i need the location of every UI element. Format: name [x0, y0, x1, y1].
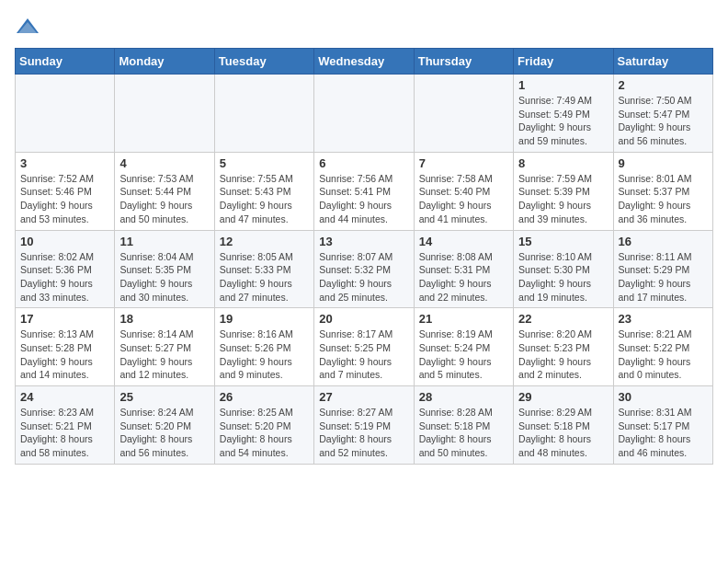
day-number: 7	[419, 156, 508, 170]
day-info: Sunrise: 8:14 AMSunset: 5:27 PMDaylight:…	[119, 327, 209, 382]
calendar-week-row: 1Sunrise: 7:49 AMSunset: 5:49 PMDaylight…	[16, 75, 713, 153]
calendar-week-row: 10Sunrise: 8:02 AMSunset: 5:36 PMDayligh…	[16, 230, 713, 308]
day-number: 14	[419, 235, 508, 248]
day-info: Sunrise: 8:27 AMSunset: 5:19 PMDaylight:…	[319, 406, 408, 460]
day-info: Sunrise: 8:10 AMSunset: 5:30 PMDaylight:…	[518, 250, 608, 304]
calendar-cell: 4Sunrise: 7:53 AMSunset: 5:44 PMDaylight…	[115, 152, 214, 230]
calendar-cell	[115, 75, 214, 153]
day-info: Sunrise: 8:23 AMSunset: 5:21 PMDaylight:…	[20, 406, 109, 460]
calendar-cell: 29Sunrise: 8:29 AMSunset: 5:18 PMDayligh…	[514, 386, 613, 465]
weekday-header-tuesday: Tuesday	[214, 49, 313, 75]
day-number: 24	[20, 390, 109, 404]
calendar-cell: 13Sunrise: 8:07 AMSunset: 5:32 PMDayligh…	[314, 230, 414, 308]
day-info: Sunrise: 8:19 AMSunset: 5:24 PMDaylight:…	[419, 327, 508, 382]
day-number: 6	[319, 156, 408, 170]
calendar-cell: 1Sunrise: 7:49 AMSunset: 5:49 PMDaylight…	[514, 75, 613, 153]
day-info: Sunrise: 8:11 AMSunset: 5:29 PMDaylight:…	[619, 250, 708, 304]
day-info: Sunrise: 7:58 AMSunset: 5:40 PMDaylight:…	[419, 172, 508, 226]
logo	[15, 15, 44, 40]
weekday-header-wednesday: Wednesday	[314, 49, 414, 75]
day-info: Sunrise: 8:24 AMSunset: 5:20 PMDaylight:…	[119, 406, 209, 460]
calendar-cell: 8Sunrise: 7:59 AMSunset: 5:39 PMDaylight…	[514, 152, 613, 230]
calendar-header-row: SundayMondayTuesdayWednesdayThursdayFrid…	[16, 49, 713, 75]
day-info: Sunrise: 8:04 AMSunset: 5:35 PMDaylight:…	[119, 250, 209, 304]
day-number: 9	[619, 156, 708, 170]
day-number: 12	[220, 235, 309, 248]
day-info: Sunrise: 8:07 AMSunset: 5:32 PMDaylight:…	[319, 250, 408, 304]
day-info: Sunrise: 8:21 AMSunset: 5:22 PMDaylight:…	[619, 327, 708, 382]
calendar-cell: 10Sunrise: 8:02 AMSunset: 5:36 PMDayligh…	[16, 230, 115, 308]
calendar-cell: 24Sunrise: 8:23 AMSunset: 5:21 PMDayligh…	[16, 386, 115, 465]
calendar-cell: 30Sunrise: 8:31 AMSunset: 5:17 PMDayligh…	[613, 386, 712, 465]
day-number: 8	[518, 156, 608, 170]
day-number: 2	[619, 78, 708, 92]
day-info: Sunrise: 8:08 AMSunset: 5:31 PMDaylight:…	[419, 250, 508, 304]
day-info: Sunrise: 8:17 AMSunset: 5:25 PMDaylight:…	[319, 327, 408, 382]
calendar-cell: 27Sunrise: 8:27 AMSunset: 5:19 PMDayligh…	[314, 386, 414, 465]
weekday-header-monday: Monday	[115, 49, 214, 75]
day-number: 18	[119, 312, 209, 326]
calendar-cell: 6Sunrise: 7:56 AMSunset: 5:41 PMDaylight…	[314, 152, 414, 230]
calendar-cell: 2Sunrise: 7:50 AMSunset: 5:47 PMDaylight…	[613, 75, 712, 153]
calendar-cell: 14Sunrise: 8:08 AMSunset: 5:31 PMDayligh…	[414, 230, 513, 308]
calendar-cell: 25Sunrise: 8:24 AMSunset: 5:20 PMDayligh…	[115, 386, 214, 465]
day-number: 13	[319, 235, 408, 248]
day-number: 23	[619, 312, 708, 326]
calendar-cell	[16, 75, 115, 153]
day-info: Sunrise: 7:49 AMSunset: 5:49 PMDaylight:…	[518, 94, 608, 148]
day-info: Sunrise: 8:13 AMSunset: 5:28 PMDaylight:…	[20, 327, 109, 382]
calendar-week-row: 17Sunrise: 8:13 AMSunset: 5:28 PMDayligh…	[16, 308, 713, 386]
calendar-cell: 17Sunrise: 8:13 AMSunset: 5:28 PMDayligh…	[16, 308, 115, 386]
day-info: Sunrise: 7:59 AMSunset: 5:39 PMDaylight:…	[518, 172, 608, 226]
day-info: Sunrise: 8:28 AMSunset: 5:18 PMDaylight:…	[419, 406, 508, 460]
calendar-cell: 18Sunrise: 8:14 AMSunset: 5:27 PMDayligh…	[115, 308, 214, 386]
day-info: Sunrise: 8:31 AMSunset: 5:17 PMDaylight:…	[619, 406, 708, 460]
calendar-cell: 23Sunrise: 8:21 AMSunset: 5:22 PMDayligh…	[613, 308, 712, 386]
weekday-header-friday: Friday	[514, 49, 613, 75]
calendar-cell: 9Sunrise: 8:01 AMSunset: 5:37 PMDaylight…	[613, 152, 712, 230]
day-number: 21	[419, 312, 508, 326]
day-number: 20	[319, 312, 408, 326]
day-info: Sunrise: 8:05 AMSunset: 5:33 PMDaylight:…	[220, 250, 309, 304]
day-info: Sunrise: 8:16 AMSunset: 5:26 PMDaylight:…	[220, 327, 309, 382]
day-number: 10	[20, 235, 109, 248]
day-number: 25	[119, 390, 209, 404]
day-number: 26	[220, 390, 309, 404]
calendar-cell: 3Sunrise: 7:52 AMSunset: 5:46 PMDaylight…	[16, 152, 115, 230]
calendar-cell	[214, 75, 313, 153]
day-info: Sunrise: 7:56 AMSunset: 5:41 PMDaylight:…	[319, 172, 408, 226]
day-info: Sunrise: 7:50 AMSunset: 5:47 PMDaylight:…	[619, 94, 708, 148]
day-info: Sunrise: 7:55 AMSunset: 5:43 PMDaylight:…	[220, 172, 309, 226]
day-info: Sunrise: 8:20 AMSunset: 5:23 PMDaylight:…	[518, 327, 608, 382]
calendar-week-row: 24Sunrise: 8:23 AMSunset: 5:21 PMDayligh…	[16, 386, 713, 465]
day-number: 28	[419, 390, 508, 404]
day-number: 19	[220, 312, 309, 326]
day-info: Sunrise: 8:02 AMSunset: 5:36 PMDaylight:…	[20, 250, 109, 304]
day-number: 22	[518, 312, 608, 326]
calendar-cell: 15Sunrise: 8:10 AMSunset: 5:30 PMDayligh…	[514, 230, 613, 308]
day-number: 16	[619, 235, 708, 248]
day-number: 3	[20, 156, 109, 170]
calendar-cell	[314, 75, 414, 153]
day-info: Sunrise: 7:53 AMSunset: 5:44 PMDaylight:…	[119, 172, 209, 226]
weekday-header-sunday: Sunday	[16, 49, 115, 75]
calendar-cell: 20Sunrise: 8:17 AMSunset: 5:25 PMDayligh…	[314, 308, 414, 386]
day-number: 30	[619, 390, 708, 404]
day-number: 29	[518, 390, 608, 404]
day-number: 27	[319, 390, 408, 404]
calendar-cell	[414, 75, 513, 153]
day-number: 15	[518, 235, 608, 248]
day-number: 17	[20, 312, 109, 326]
day-info: Sunrise: 8:29 AMSunset: 5:18 PMDaylight:…	[518, 406, 608, 460]
calendar-cell: 28Sunrise: 8:28 AMSunset: 5:18 PMDayligh…	[414, 386, 513, 465]
calendar-cell: 21Sunrise: 8:19 AMSunset: 5:24 PMDayligh…	[414, 308, 513, 386]
calendar-cell: 5Sunrise: 7:55 AMSunset: 5:43 PMDaylight…	[214, 152, 313, 230]
calendar-cell: 22Sunrise: 8:20 AMSunset: 5:23 PMDayligh…	[514, 308, 613, 386]
day-info: Sunrise: 8:25 AMSunset: 5:20 PMDaylight:…	[220, 406, 309, 460]
calendar-cell: 16Sunrise: 8:11 AMSunset: 5:29 PMDayligh…	[613, 230, 712, 308]
day-number: 1	[518, 78, 608, 92]
calendar-cell: 12Sunrise: 8:05 AMSunset: 5:33 PMDayligh…	[214, 230, 313, 308]
day-number: 5	[220, 156, 309, 170]
calendar-cell: 11Sunrise: 8:04 AMSunset: 5:35 PMDayligh…	[115, 230, 214, 308]
calendar-cell: 19Sunrise: 8:16 AMSunset: 5:26 PMDayligh…	[214, 308, 313, 386]
